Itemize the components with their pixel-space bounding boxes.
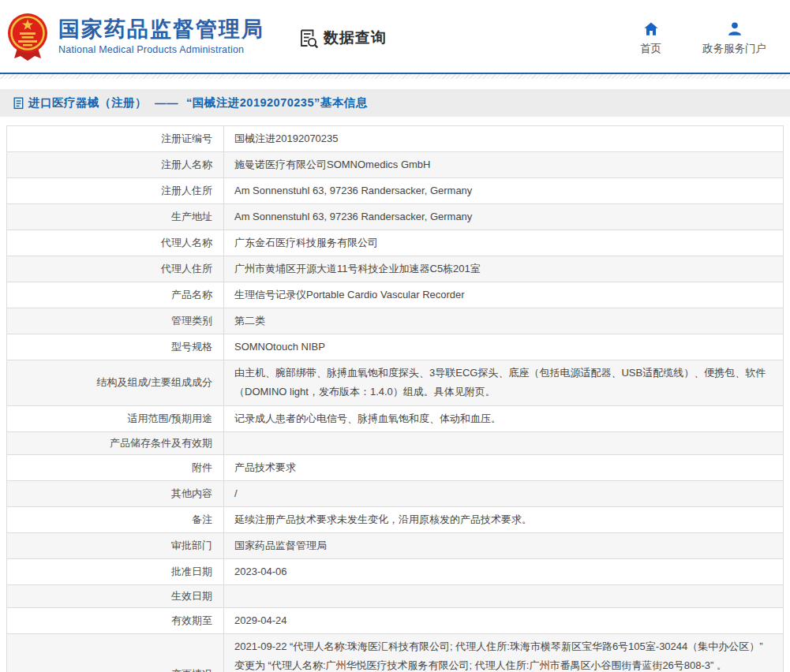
table-row: 生效日期 — [7, 585, 783, 608]
table-row: 代理人住所广州市黄埔区开源大道11号科技企业加速器C5栋201室 — [7, 256, 783, 282]
row-label: 变更情况 — [7, 634, 224, 672]
nav-home-label: 首页 — [640, 42, 661, 56]
row-label: 审批部门 — [7, 533, 224, 558]
registration-info-table: 注册证编号国械注进20192070235注册人名称施曼诺医疗有限公司SOMNOm… — [6, 125, 784, 672]
row-value: 2029-04-24 — [224, 608, 783, 633]
row-value: Am Sonnenstuhl 63, 97236 Randersacker, G… — [224, 178, 783, 203]
breadcrumb-section[interactable]: 进口医疗器械（注册） — [28, 95, 147, 110]
table-row: 适用范围/预期用途记录成人患者的心电信号、脉搏血氧饱和度、体动和血压。 — [7, 406, 783, 432]
breadcrumb-current: “国械注进20192070235”基本信息 — [186, 95, 368, 110]
row-label: 适用范围/预期用途 — [7, 406, 224, 431]
row-value: 第二类 — [224, 308, 783, 334]
home-icon — [643, 21, 659, 36]
table-row: 管理类别第二类 — [7, 308, 783, 334]
row-label: 其他内容 — [7, 481, 224, 506]
row-label: 生产地址 — [7, 204, 224, 230]
table-row: 结构及组成/主要组成成分由主机、腕部绑带、脉搏血氧饱和度探头、3导联ECG探头、… — [7, 360, 783, 405]
row-value: 广州市黄埔区开源大道11号科技企业加速器C5栋201室 — [224, 256, 783, 282]
table-row: 附件产品技术要求 — [7, 455, 783, 481]
row-label: 代理人住所 — [7, 256, 224, 282]
row-label: 有效期至 — [7, 608, 224, 633]
row-value: 产品技术要求 — [224, 455, 783, 480]
table-row: 其他内容/ — [7, 481, 783, 507]
table-row: 变更情况2021-09-22 “代理人名称:珠海医汇科技有限公司; 代理人住所:… — [7, 634, 783, 672]
table-row: 注册证编号国械注进20192070235 — [7, 126, 783, 152]
table-row: 备注延续注册产品技术要求未发生变化，沿用原核发的产品技术要求。 — [7, 507, 783, 533]
breadcrumb: 进口医疗器械（注册） —— “国械注进20192070235”基本信息 — [0, 89, 790, 117]
document-icon — [13, 97, 24, 110]
nav-home[interactable]: 首页 — [640, 21, 661, 56]
row-label: 型号规格 — [7, 334, 224, 360]
row-value: 2021-09-22 “代理人名称:珠海医汇科技有限公司; 代理人住所:珠海市横… — [224, 634, 783, 672]
row-label: 生效日期 — [7, 585, 224, 607]
row-label: 代理人名称 — [7, 230, 224, 256]
row-label: 结构及组成/主要组成成分 — [7, 360, 224, 405]
site-subtitle: National Medical Products Administration — [58, 44, 264, 55]
table-row: 型号规格SOMNOtouch NIBP — [7, 334, 783, 360]
row-value: 由主机、腕部绑带、脉搏血氧饱和度探头、3导联ECG探头、底座（包括电源适配器、U… — [224, 360, 783, 405]
site-title: 国家药品监督管理局 — [58, 17, 264, 42]
table-row: 产品储存条件及有效期 — [7, 432, 783, 455]
table-row: 代理人名称广东金石医疗科技服务有限公司 — [7, 230, 783, 256]
table-row: 产品名称生理信号记录仪Portable Cardio Vascular Reco… — [7, 282, 783, 308]
row-value: 国家药品监督管理局 — [224, 533, 783, 558]
row-value: 2023-04-06 — [224, 559, 783, 584]
change-record: 2021-09-22 “代理人名称:珠海医汇科技有限公司; 代理人住所:珠海市横… — [234, 637, 775, 672]
row-value: 广东金石医疗科技服务有限公司 — [224, 230, 783, 256]
row-value: 延续注册产品技术要求未发生变化，沿用原核发的产品技术要求。 — [224, 507, 783, 532]
site-header: 国家药品监督管理局 National Medical Products Admi… — [0, 0, 790, 73]
nav-gov-portal[interactable]: 政务服务门户 — [702, 21, 766, 56]
national-emblem-icon — [6, 13, 49, 62]
table-row: 注册人住所Am Sonnenstuhl 63, 97236 Randersack… — [7, 178, 783, 204]
row-label: 备注 — [7, 507, 224, 532]
row-label: 附件 — [7, 455, 224, 480]
row-label: 批准日期 — [7, 559, 224, 584]
table-row: 审批部门国家药品监督管理局 — [7, 533, 783, 559]
nmpa-logo[interactable]: 国家药品监督管理局 National Medical Products Admi… — [6, 11, 264, 62]
nav-gov-portal-label: 政务服务门户 — [702, 42, 766, 56]
row-value: 生理信号记录仪Portable Cardio Vascular Recorder — [224, 282, 783, 308]
table-row: 生产地址Am Sonnenstuhl 63, 97236 Randersacke… — [7, 204, 783, 230]
row-value: 施曼诺医疗有限公司SOMNOmedics GmbH — [224, 152, 783, 177]
row-value: Am Sonnenstuhl 63, 97236 Randersacker, G… — [224, 204, 783, 230]
data-query-label: 数据查询 — [324, 28, 387, 48]
row-value — [224, 440, 783, 446]
row-value: 国械注进20192070235 — [224, 126, 783, 151]
row-label: 注册人名称 — [7, 152, 224, 177]
logo-text: 国家药品监督管理局 National Medical Products Admi… — [58, 17, 264, 55]
row-label: 产品储存条件及有效期 — [7, 432, 224, 454]
table-row: 注册人名称施曼诺医疗有限公司SOMNOmedics GmbH — [7, 152, 783, 178]
row-value: 记录成人患者的心电信号、脉搏血氧饱和度、体动和血压。 — [224, 406, 783, 431]
breadcrumb-separator: —— — [155, 97, 178, 110]
row-label: 注册证编号 — [7, 126, 224, 151]
row-value: / — [224, 481, 783, 506]
row-value: SOMNOtouch NIBP — [224, 334, 783, 360]
table-row: 有效期至2029-04-24 — [7, 608, 783, 634]
row-label: 注册人住所 — [7, 178, 224, 203]
row-value — [224, 593, 783, 599]
document-search-icon — [298, 28, 319, 49]
row-label: 产品名称 — [7, 282, 224, 308]
top-nav: 首页 政务服务门户 — [640, 21, 766, 56]
user-icon — [727, 21, 743, 36]
row-label: 管理类别 — [7, 308, 224, 334]
table-row: 批准日期2023-04-06 — [7, 559, 783, 585]
data-query-button[interactable]: 数据查询 — [298, 28, 387, 49]
